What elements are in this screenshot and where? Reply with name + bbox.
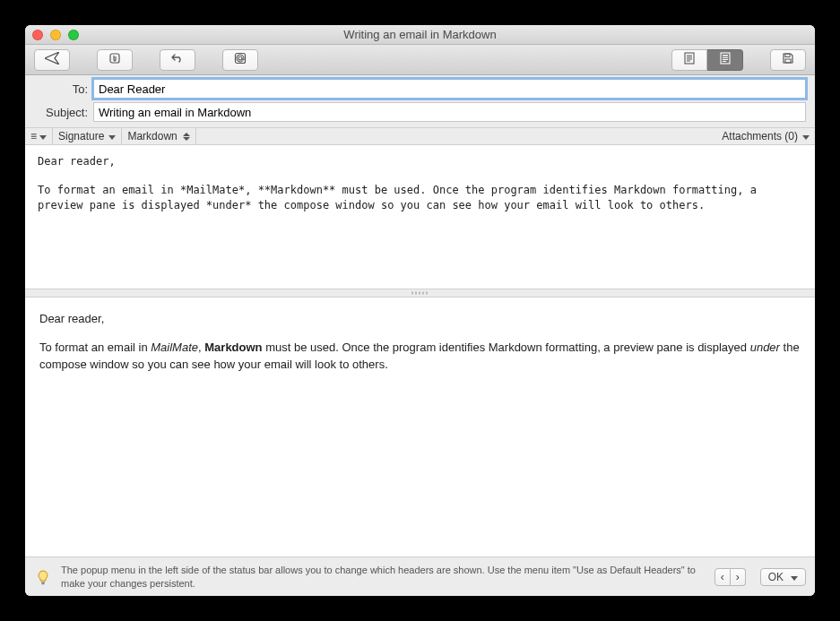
preview-greeting: Dear reader, xyxy=(39,310,801,328)
tip-next-button[interactable]: › xyxy=(731,568,746,586)
attach-button[interactable] xyxy=(97,49,133,71)
format-label: Markdown xyxy=(127,130,177,142)
split-handle[interactable] xyxy=(25,289,815,298)
svg-rect-3 xyxy=(685,53,694,64)
send-button[interactable] xyxy=(34,49,70,71)
subject-label: Subject: xyxy=(34,106,88,119)
signature-dropdown[interactable]: Signature xyxy=(53,128,122,144)
chevron-down-icon xyxy=(801,130,810,142)
page-rich-icon xyxy=(720,52,731,67)
tip-prev-button[interactable]: ‹ xyxy=(714,568,731,586)
to-row: To: xyxy=(34,79,806,99)
chevron-right-icon: › xyxy=(736,571,740,583)
titlebar: Writing an email in Markdown xyxy=(25,25,815,45)
preview-pane: Dear reader, To format an email in MailM… xyxy=(25,298,815,556)
chevron-down-icon xyxy=(107,130,116,142)
traffic-lights xyxy=(32,30,79,40)
minimize-window-button[interactable] xyxy=(50,30,61,40)
headers-area: To: Subject: xyxy=(25,75,815,127)
to-input[interactable] xyxy=(93,79,806,99)
signature-label: Signature xyxy=(58,130,104,142)
chevron-down-icon xyxy=(789,571,798,583)
subject-input[interactable] xyxy=(93,102,806,122)
ok-label: OK xyxy=(768,571,784,583)
tip-text: The popup menu in the left side of the s… xyxy=(61,564,706,591)
view-mode-group xyxy=(671,49,743,71)
undo-button[interactable] xyxy=(160,49,195,71)
save-icon xyxy=(782,52,794,67)
attachments-label: Attachments (0) xyxy=(722,130,798,142)
to-label: To: xyxy=(34,82,88,96)
chevron-left-icon: ‹ xyxy=(721,571,724,583)
subject-row: Subject: xyxy=(34,102,806,122)
paper-plane-icon xyxy=(45,52,59,67)
lines-icon: ≡ xyxy=(30,130,35,142)
tip-nav-group: ‹ › xyxy=(714,568,746,586)
headers-menu[interactable]: ≡ xyxy=(25,128,53,144)
chevron-down-icon xyxy=(38,130,47,142)
page-icon xyxy=(684,52,695,67)
close-window-button[interactable] xyxy=(32,30,43,40)
window-title: Writing an email in Markdown xyxy=(25,28,815,41)
svg-point-2 xyxy=(238,56,242,60)
at-icon xyxy=(234,52,247,67)
format-row: ≡ Signature Markdown Attachments (0) xyxy=(25,127,815,145)
zoom-window-button[interactable] xyxy=(68,30,79,40)
tip-ok-button[interactable]: OK xyxy=(760,568,806,586)
save-draft-button[interactable] xyxy=(770,49,806,71)
undo-icon xyxy=(170,52,185,67)
view-rich-button[interactable] xyxy=(707,49,743,71)
tip-bar: The popup menu in the left side of the s… xyxy=(25,556,815,596)
lightbulb-icon xyxy=(34,568,52,586)
toolbar xyxy=(25,45,815,75)
view-plain-button[interactable] xyxy=(671,49,707,71)
format-dropdown[interactable]: Markdown xyxy=(122,128,195,144)
compose-textarea[interactable]: Dear reader, To format an email in *Mail… xyxy=(25,145,815,289)
address-button[interactable] xyxy=(222,49,258,71)
preview-body: To format an email in MailMate, Markdown… xyxy=(39,339,801,374)
stepper-icon xyxy=(183,133,190,141)
paperclip-icon xyxy=(108,52,121,67)
attachments-dropdown[interactable]: Attachments (0) xyxy=(716,128,815,144)
compose-window: Writing an email in Markdown xyxy=(25,25,815,596)
